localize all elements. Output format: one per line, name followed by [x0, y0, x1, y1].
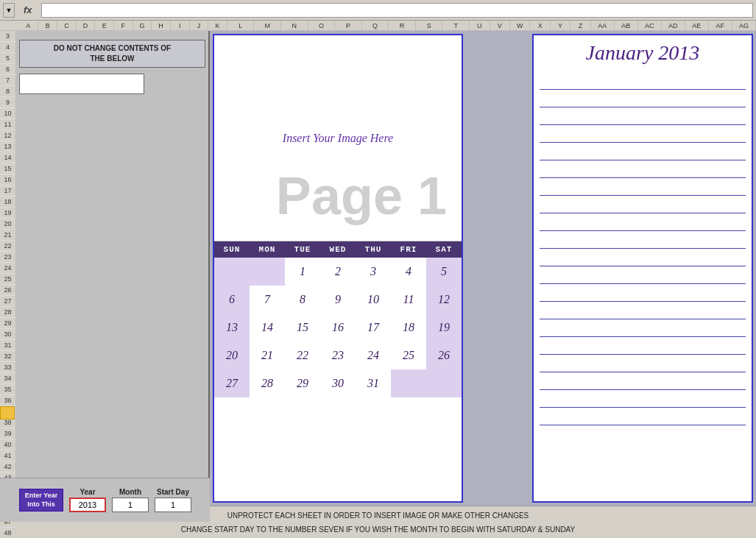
col-header-L[interactable]: L [227, 21, 255, 30]
col-header-AG[interactable]: AG [732, 21, 756, 30]
col-header-V[interactable]: V [490, 21, 510, 30]
row-num-18: 18 [0, 197, 15, 208]
note-line[interactable] [540, 339, 746, 355]
left-panel: 3456789101112131415161718192021222324252… [0, 31, 210, 506]
note-line[interactable] [540, 109, 746, 125]
col-header-Y[interactable]: Y [551, 21, 570, 30]
note-line[interactable] [540, 268, 746, 284]
note-line[interactable] [540, 162, 746, 178]
note-line[interactable] [540, 215, 746, 231]
cal-day-22: 22 [285, 341, 320, 369]
cal-day-17: 17 [356, 314, 391, 341]
cal-day-header-wed: WED [320, 241, 356, 258]
info-line1: UNPROTECT EACH SHEET IN ORDER TO INSERT … [227, 512, 529, 520]
calendar-header-row: SUNMONTUEWEDTHUFRISAT [214, 241, 462, 258]
col-header-T[interactable]: T [442, 21, 470, 30]
col-header-X[interactable]: X [530, 21, 550, 30]
col-header-P[interactable]: P [335, 21, 362, 30]
col-header-G[interactable]: G [133, 21, 152, 30]
row-num-32: 32 [0, 351, 15, 362]
calendar-page: Insert Your Image Here Page 1 SUNMONTUEW… [213, 34, 463, 503]
note-line[interactable] [540, 144, 746, 160]
note-line[interactable] [540, 303, 746, 319]
col-header-B[interactable]: B [38, 21, 57, 30]
note-line[interactable] [540, 91, 746, 107]
note-line[interactable] [540, 321, 746, 337]
col-header-N[interactable]: N [281, 21, 308, 30]
col-header-AC[interactable]: AC [638, 21, 662, 30]
note-line[interactable] [540, 127, 746, 143]
col-header-O[interactable]: O [308, 21, 336, 30]
note-line[interactable] [540, 356, 746, 372]
bottom-controls: Enter YearInto This Year 2013 Month 1 St… [0, 478, 210, 522]
note-line[interactable] [540, 374, 746, 390]
col-header-AB[interactable]: AB [615, 21, 638, 30]
row-num-29: 29 [0, 318, 15, 329]
col-header-I[interactable]: I [171, 21, 190, 30]
col-header-E[interactable]: E [95, 21, 114, 30]
row-num-28: 28 [0, 307, 15, 318]
cal-day-12: 12 [426, 286, 462, 314]
col-header-D[interactable]: D [77, 21, 96, 30]
row-num-8: 8 [0, 86, 15, 97]
col-header-AA[interactable]: AA [591, 21, 615, 30]
col-header-W[interactable]: W [510, 21, 530, 30]
cell-ref-dropdown[interactable]: ▼ [3, 3, 15, 18]
calendar-body: 1234567891011121314151617181920212223242… [214, 258, 462, 397]
cal-day-30: 30 [320, 369, 356, 397]
cal-day-header-fri: FRI [391, 241, 426, 258]
cal-day-header-thu: THU [356, 241, 391, 258]
col-header-A[interactable]: A [18, 21, 38, 30]
note-line[interactable] [540, 74, 746, 90]
formula-icon: fx [18, 4, 38, 15]
note-line[interactable] [540, 180, 746, 196]
formula-input[interactable] [41, 3, 753, 18]
row-numbers: 3456789101112131415161718192021222324252… [0, 31, 16, 506]
col-header-F[interactable]: F [114, 21, 133, 30]
cal-day-header-mon: MON [250, 241, 285, 258]
col-header-K[interactable]: K [208, 21, 227, 30]
cal-day-23: 23 [320, 341, 356, 369]
col-header-M[interactable]: M [254, 21, 281, 30]
col-header-H[interactable]: H [152, 21, 171, 30]
col-header-J[interactable]: J [190, 21, 209, 30]
note-line[interactable] [540, 392, 746, 408]
month-value[interactable]: 1 [112, 498, 149, 512]
col-header-S[interactable]: S [416, 21, 443, 30]
year-value[interactable]: 2013 [69, 498, 106, 512]
cal-day-13: 13 [214, 314, 250, 341]
row-num-48: 48 [0, 528, 15, 538]
col-header-R[interactable]: R [389, 21, 416, 30]
protected-cell-input[interactable] [19, 74, 144, 94]
cal-day-10: 10 [356, 286, 391, 314]
row-num-4: 4 [0, 42, 15, 53]
note-line[interactable] [540, 233, 746, 249]
col-header-Z[interactable]: Z [570, 21, 590, 30]
cal-day-6: 6 [214, 286, 250, 314]
note-line[interactable] [540, 250, 746, 266]
cal-day-empty [426, 369, 462, 397]
col-header-AF[interactable]: AF [709, 21, 732, 30]
row-num-9: 9 [0, 97, 15, 108]
note-line[interactable] [540, 286, 746, 302]
col-header-Q[interactable]: Q [362, 21, 389, 30]
row-num-25: 25 [0, 274, 15, 285]
cal-day-20: 20 [214, 341, 250, 369]
col-header-C[interactable]: C [57, 21, 77, 30]
cal-day-19: 19 [426, 314, 462, 341]
col-header-U[interactable]: U [470, 21, 490, 30]
row-num-23: 23 [0, 252, 15, 263]
year-field-group: Year 2013 [69, 488, 106, 512]
note-line[interactable] [540, 409, 746, 425]
row-num-41: 41 [0, 450, 15, 461]
cal-day-1: 1 [285, 258, 320, 286]
cal-day-header-sun: SUN [214, 241, 250, 258]
enter-year-box: Enter YearInto This [19, 489, 63, 512]
row-num-15: 15 [0, 163, 15, 174]
cal-day-5: 5 [426, 258, 462, 286]
col-header-AD[interactable]: AD [662, 21, 685, 30]
cal-day-7: 7 [250, 286, 285, 314]
note-line[interactable] [540, 197, 746, 213]
start-day-value[interactable]: 1 [155, 498, 191, 512]
col-header-AE[interactable]: AE [685, 21, 709, 30]
